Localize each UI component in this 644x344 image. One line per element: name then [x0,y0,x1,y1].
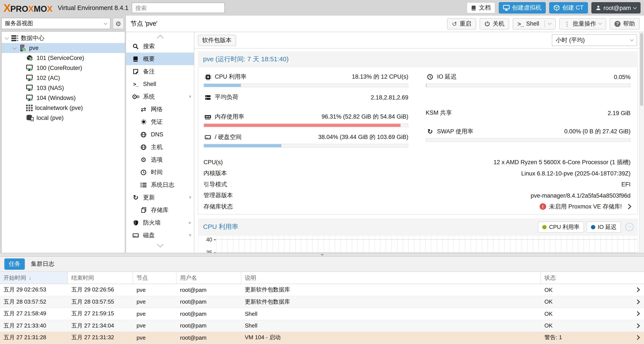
menu-item-shell[interactable]: >_ Shell [126,78,194,90]
chevron-down-icon[interactable] [548,21,552,25]
expander-icon[interactable] [4,35,9,39]
task-row[interactable]: 五月 28 03:57:52 五月 28 03:57:55 pve root@p… [0,296,644,308]
tree-item-localnetwork[interactable]: localnetwork (pve) [2,103,125,113]
product-version: Virtual Environment 8.4.1 [58,4,128,11]
legend-io[interactable]: IO 延迟 [586,221,621,233]
expander-icon[interactable] [12,45,17,49]
column-header-end-time[interactable]: 结束时间 [68,272,133,284]
task-row[interactable]: 五月 27 21:33:40 五月 27 21:34:04 pve root@p… [0,320,644,332]
clock-icon [426,74,434,80]
menu-item-repositories[interactable]: 存储库 [126,204,194,216]
info-row-cpus: CPU(s) 12 x AMD Ryzen 5 5600X 6-Core Pro… [198,157,638,168]
proxmox-logo: XPROXMOX [4,1,52,14]
package-versions-button[interactable]: 软件包版本 [198,34,236,46]
help-icon: ? [614,21,620,27]
chart-collapse-button[interactable]: − [625,223,634,231]
tree-item-storage-local[interactable]: local (pve) [2,113,125,123]
menu-item-dns[interactable]: DNS [126,128,194,141]
create-ct-button[interactable]: 创建 CT [549,2,588,13]
menu-item-time[interactable]: 时间 [126,166,194,178]
scrollbar-thumb[interactable] [640,33,643,106]
create-vm-button[interactable]: 创建虚拟机 [498,2,546,13]
collapse-arrow-icon[interactable]: ▾ [189,232,191,238]
column-header-node[interactable]: 节点 [133,272,176,284]
collapse-arrow-icon[interactable]: ▾ [189,94,191,99]
copy-icon [139,207,148,213]
task-panel-tabs: 任务 集群日志 [0,257,644,272]
legend-cpu[interactable]: CPU 利用率 [538,221,584,233]
globe-icon [139,131,148,138]
time-range-select[interactable]: 小时 (平均) [552,34,637,46]
list-icon [139,182,148,187]
task-row[interactable]: 五月 27 21:58:49 五月 27 21:59:15 pve root@p… [0,308,644,320]
menu-item-summary[interactable]: 概要 [126,53,194,65]
stat-cpu: CPU 利用率 18.13% 的 12 CPU(s) [204,72,408,87]
menu-item-certificates[interactable]: 凭证 [126,116,194,128]
ellipsis-icon: ⋮ [564,21,570,27]
sidebar-gear-button[interactable]: ⚙ [112,18,124,29]
task-row[interactable]: 五月 29 02:26:53 五月 29 02:26:56 pve root@p… [0,284,644,296]
chevron-right-icon[interactable] [626,204,631,209]
menu-item-notes[interactable]: 备注 [126,65,194,78]
chevron-right-icon[interactable] [635,335,640,340]
tree-item-vm-104[interactable]: 104 (Windows) [2,93,125,103]
menu-item-options[interactable]: ⚙ 选项 [126,153,194,166]
chevron-right-icon[interactable] [635,311,640,316]
tree-item-datacenter[interactable]: 数据中心 [2,33,125,43]
cpu-chart-plot: 40 35 30 [198,236,638,253]
bulk-actions-button[interactable]: ⋮ 批量操作 [559,18,606,29]
cpu-icon [204,74,212,80]
menu-item-firewall[interactable]: 防火墙 ▸ [126,216,194,229]
column-header-status[interactable]: 状态 [541,272,644,284]
terminal-icon: >_ [131,81,140,87]
menu-scroll-down[interactable] [126,241,194,248]
tree-item-vm-100[interactable]: 100 (CoreRouter) [2,63,125,73]
vm-running-icon [26,94,34,101]
expand-arrow-icon[interactable]: ▸ [189,220,191,225]
menu-item-syslog[interactable]: 系统日志 [126,178,194,191]
chevron-right-icon[interactable] [635,299,640,304]
column-header-start-time[interactable]: 开始时间 ↓ [0,272,68,284]
content-scrollbar[interactable] [639,32,644,253]
tree-item-vm-103[interactable]: 103 (NAS) [2,83,125,93]
column-header-description[interactable]: 说明 [241,272,541,284]
tab-cluster-log[interactable]: 集群日志 [26,258,59,270]
memory-icon [204,114,212,120]
panel-splitter[interactable] [0,253,644,257]
chevron-right-icon[interactable] [635,287,640,292]
terminal-icon: >_ [518,21,524,27]
menu-item-hosts[interactable]: 主机 [126,141,194,153]
clock-icon [139,169,148,175]
tree-item-vm-102[interactable]: 102 (AC) [2,73,125,83]
column-header-user[interactable]: 用户名 [176,272,241,284]
server-icon [204,94,212,100]
storage-icon [26,115,34,121]
menu-item-disks[interactable]: 磁盘 ▾ [126,229,194,241]
node-online-icon [19,44,26,52]
tree-item-node-pve[interactable]: pve [2,43,125,53]
tab-tasks[interactable]: 任务 [4,258,25,270]
menu-item-search[interactable]: 搜索 [126,40,194,53]
menu-item-updates[interactable]: ↻ 更新 ▾ [126,191,194,204]
collapse-arrow-icon[interactable]: ▾ [189,194,191,200]
chart-title: CPU 利用率 [203,223,238,231]
view-selector[interactable]: 服务器视图 [1,18,110,29]
restart-button[interactable]: ↺ 重启 [447,18,476,29]
tree-item-ct-101[interactable]: 101 (ServiceCore) [2,53,125,63]
resource-tree: 数据中心 pve 101 (ServiceCore) 100 (CoreRout… [1,31,125,253]
info-row-bootmode: 引导模式 EFI [198,179,638,190]
network-grid-icon [26,105,32,111]
chevron-right-icon[interactable] [635,323,640,328]
cpu-usage-series [216,236,637,253]
menu-item-system[interactable]: ⚙⚙ 系统 ▾ [126,90,194,103]
user-menu-button[interactable]: root@pam [592,2,640,13]
menu-item-network[interactable]: ⇄ 网络 [126,103,194,116]
menu-scroll-up[interactable] [126,33,194,40]
documentation-button[interactable]: 文档 [466,2,495,13]
global-search-input[interactable] [132,2,225,13]
user-icon [596,5,601,10]
help-button[interactable]: ? 帮助 [610,18,640,29]
task-row-warning[interactable]: 五月 27 21:31:28 五月 27 21:31:32 pve root@p… [0,332,644,344]
shell-button[interactable]: >_ Shell [513,18,556,29]
shutdown-button[interactable]: 关机 [480,18,509,29]
